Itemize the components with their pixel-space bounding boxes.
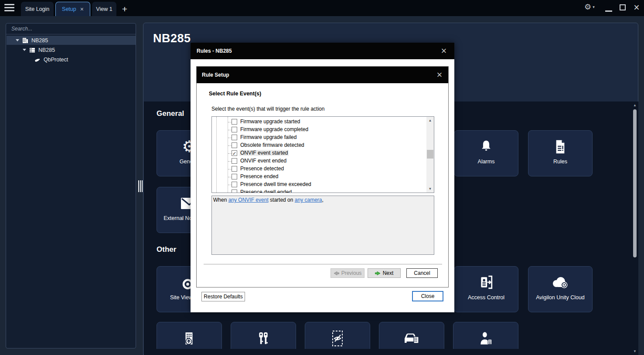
page-title: NB285 (153, 32, 191, 45)
rule-setup-header: Rule Setup × (197, 67, 448, 83)
checkbox[interactable] (232, 142, 237, 148)
panel-splitter-handle[interactable] (138, 180, 143, 192)
device-link[interactable]: any camera (295, 197, 322, 203)
bell-icon (479, 138, 494, 156)
checkbox[interactable] (232, 174, 237, 179)
privacy-zone-icon (330, 329, 345, 348)
next-button[interactable]: Next (368, 268, 401, 278)
list-scrollbar[interactable]: ▲ ▼ (426, 117, 434, 193)
checkbox[interactable] (232, 135, 237, 140)
tree-item-camera[interactable]: QbProtect (7, 55, 136, 64)
system-explorer-panel: Search... NB285 NB285 QbProtect (6, 23, 136, 348)
section-heading-other: Other (157, 245, 176, 254)
summary-text: started on (269, 197, 295, 203)
previous-button: Previous (331, 268, 365, 278)
event-row: Presence dwell ended (212, 189, 426, 193)
tile-avigilon-unity-cloud[interactable]: Avigilon Unity Cloud (528, 266, 593, 312)
tile-site-upgrade[interactable] (157, 322, 222, 349)
tile-privacy-zones[interactable] (305, 322, 370, 349)
gear-icon: ⚙ (584, 3, 591, 11)
rules-dialog: Rules - NB285 × Rule Setup × Select Rule… (191, 43, 454, 312)
tile-users[interactable] (453, 322, 518, 349)
checkbox[interactable] (232, 119, 237, 125)
tile-alarms[interactable]: Alarms (454, 130, 518, 176)
checkbox[interactable] (232, 189, 237, 193)
close-dialog-button[interactable]: Close (412, 291, 443, 301)
tree-item-site[interactable]: NB285 (7, 36, 136, 45)
scroll-up-icon[interactable]: ▲ (426, 117, 434, 124)
event-row: Obsolete firmware detected (212, 142, 426, 149)
cancel-button[interactable]: Cancel (406, 268, 438, 278)
scrollbar-thumb[interactable] (633, 109, 637, 257)
wizard-step-heading: Select Rule Event(s) (209, 91, 261, 97)
rules-dialog-header: Rules - NB285 × (191, 43, 454, 59)
arrow-left-icon (334, 271, 339, 276)
access-control-badge-icon (479, 274, 494, 292)
new-tab-button[interactable]: + (119, 2, 131, 16)
tile-license-plate-recognition[interactable] (379, 322, 444, 349)
dialog-title: Rules - NB285 (197, 48, 232, 54)
checkbox-checked[interactable]: ✓ (232, 150, 237, 156)
tab-label: View 1 (96, 6, 112, 12)
checkbox[interactable] (232, 166, 237, 172)
close-tab-icon[interactable]: × (80, 6, 84, 12)
vehicle-keypad-icon (402, 329, 421, 348)
user-directory-icon (478, 329, 493, 348)
tile-access-control[interactable]: Access Control (454, 266, 518, 312)
wizard-title: Rule Setup (202, 72, 229, 78)
tile-licenses[interactable] (231, 322, 296, 349)
expand-caret-icon[interactable] (23, 49, 26, 51)
main-scrollbar[interactable]: ▲ ▼ (632, 103, 638, 353)
scrollbar-thumb[interactable] (427, 150, 433, 159)
rules-document-icon (554, 138, 566, 156)
chevron-down-icon: ▾ (593, 5, 595, 9)
tree-item-label: QbProtect (44, 57, 68, 63)
restore-defaults-button[interactable]: Restore Defaults (201, 292, 245, 301)
tree-item-label: NB285 (31, 37, 48, 44)
separator (204, 264, 442, 264)
camera-icon (34, 57, 41, 63)
event-row: Firmware upgrade completed (212, 126, 426, 134)
checkbox[interactable] (232, 182, 237, 187)
window-close-button[interactable]: × (631, 1, 642, 14)
tree-item-server[interactable]: NB285 (7, 45, 136, 54)
title-bar: Site Login Setup × View 1 + ⚙▾ × (0, 0, 644, 16)
event-row: Firmware upgrade started (212, 118, 426, 126)
event-row: Presence dwell time exceeded (212, 181, 426, 189)
tab-label: Setup (62, 6, 76, 12)
keys-icon (257, 329, 270, 348)
checkbox[interactable] (232, 158, 237, 164)
rule-setup-dialog: Rule Setup × Select Rule Event(s) Select… (196, 66, 449, 287)
tab-view1[interactable]: View 1 (92, 2, 116, 16)
rule-summary-box: When any ONVIF event started on any came… (211, 196, 434, 255)
tree-item-label: NB285 (38, 47, 55, 53)
site-icon (22, 37, 28, 44)
scroll-down-icon[interactable]: ▼ (632, 349, 638, 353)
main-menu-icon[interactable] (4, 4, 14, 12)
checkbox[interactable] (232, 127, 237, 132)
settings-menu-button[interactable]: ⚙▾ (584, 2, 595, 12)
event-row: Presence ended (212, 173, 426, 181)
wizard-step-subheading: Select the event(s) that will trigger th… (211, 106, 324, 112)
maximize-button[interactable] (620, 4, 626, 10)
search-placeholder: Search... (11, 26, 32, 32)
server-icon (29, 47, 35, 53)
event-tree-list[interactable]: Firmware upgrade started Firmware upgrad… (211, 116, 434, 193)
tab-site-login[interactable]: Site Login (21, 2, 54, 16)
event-row: ONVIF event ended (212, 157, 426, 165)
event-link[interactable]: any ONVIF event (228, 197, 269, 203)
event-row: Firmware upgrade failed (212, 134, 426, 142)
arrow-right-icon (375, 271, 381, 276)
dialog-close-icon[interactable]: × (438, 44, 450, 57)
expand-caret-icon[interactable] (16, 39, 19, 41)
tile-rules[interactable]: Rules (528, 130, 593, 176)
application-window: Site Login Setup × View 1 + ⚙▾ × Search.… (0, 0, 644, 355)
wizard-close-icon[interactable]: × (433, 68, 446, 81)
scroll-down-icon[interactable]: ▼ (426, 185, 434, 193)
tab-setup[interactable]: Setup × (55, 2, 90, 16)
minimize-button[interactable] (605, 10, 612, 12)
section-heading-general: General (157, 109, 184, 118)
cloud-gear-icon (551, 274, 570, 292)
scroll-up-icon[interactable]: ▲ (632, 103, 638, 107)
search-input[interactable]: Search... (6, 24, 136, 34)
